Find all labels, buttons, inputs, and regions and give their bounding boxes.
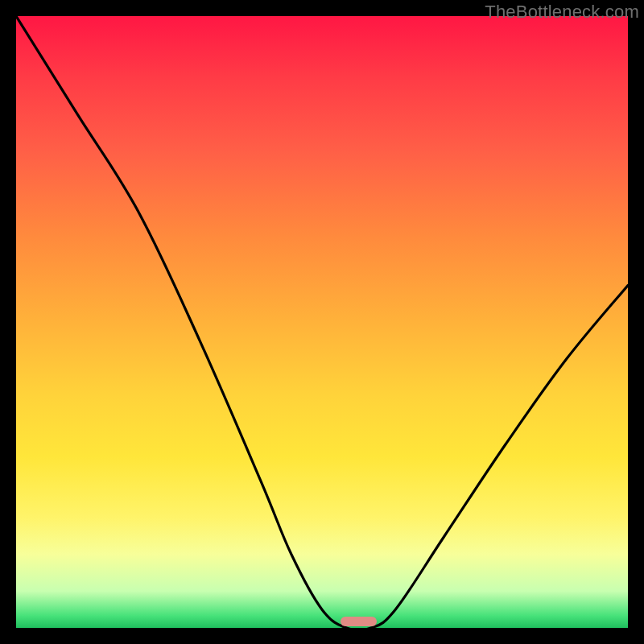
- curve-path: [16, 16, 628, 628]
- optimum-marker: [341, 617, 378, 626]
- plot-area: [16, 16, 628, 628]
- bottleneck-curve: [16, 16, 628, 628]
- chart-frame: TheBottleneck.com: [0, 0, 644, 644]
- watermark-text: TheBottleneck.com: [485, 2, 639, 23]
